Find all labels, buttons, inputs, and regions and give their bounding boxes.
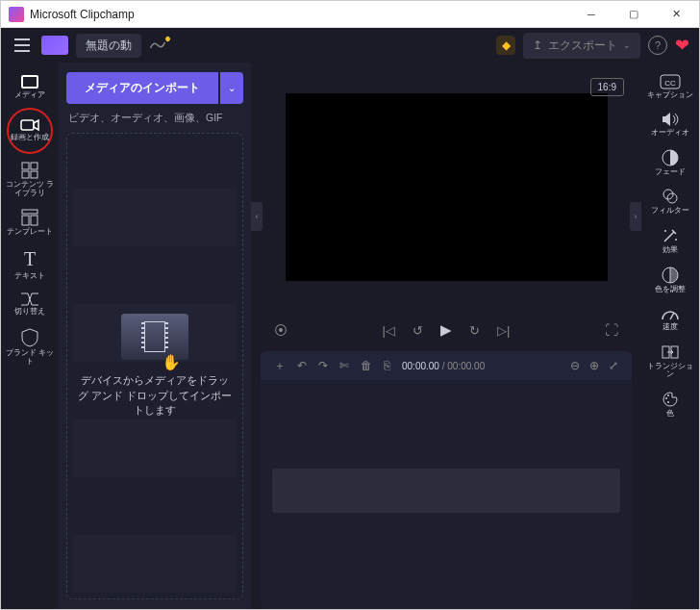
svg-rect-2 bbox=[21, 120, 34, 130]
svg-rect-9 bbox=[31, 216, 38, 225]
speaker-icon bbox=[662, 112, 679, 127]
close-button[interactable]: ✕ bbox=[655, 1, 697, 28]
transport-controls: ⦿ |◁ ↺ ▶ ↻ ▷| ⛶ bbox=[251, 313, 641, 347]
svg-point-21 bbox=[665, 397, 667, 399]
adjust-color-icon bbox=[662, 267, 679, 284]
transition-icon bbox=[20, 292, 39, 306]
app-body: 無題の動 ◆ ↥ エクスポート ⌄ ? ❤ メディア bbox=[1, 28, 699, 609]
rail-item-text[interactable]: T テキスト bbox=[4, 242, 56, 287]
skip-start-icon[interactable]: |◁ bbox=[383, 323, 395, 338]
camera-icon bbox=[20, 118, 39, 132]
timecode: 00:00.00 / 00:00.00 bbox=[402, 361, 485, 371]
cut-icon[interactable]: ✄ bbox=[339, 359, 349, 372]
rail-item-speed[interactable]: 速度 bbox=[644, 300, 696, 338]
brand-icon bbox=[21, 328, 38, 347]
palette-icon bbox=[662, 391, 679, 408]
aspect-ratio-badge[interactable]: 16:9 bbox=[590, 78, 624, 96]
template-icon bbox=[21, 209, 38, 226]
minimize-button[interactable]: ─ bbox=[570, 1, 612, 28]
chevron-down-icon: ⌄ bbox=[623, 40, 631, 50]
media-drop-zone[interactable]: ✋ デバイスからメディアをドラッグ アンド ドロップしてインポートします bbox=[66, 133, 243, 599]
clipchamp-logo-icon[interactable] bbox=[41, 36, 68, 55]
svg-point-16 bbox=[675, 239, 677, 241]
skip-end-icon[interactable]: ▷| bbox=[497, 323, 510, 338]
undo-icon[interactable]: ↶ bbox=[297, 359, 307, 372]
rail-item-audio[interactable]: オーディオ bbox=[644, 106, 696, 143]
redo-icon[interactable]: ↷ bbox=[318, 359, 328, 372]
rail-item-transitions[interactable]: 切り替え bbox=[4, 287, 56, 322]
upload-icon: ↥ bbox=[533, 38, 542, 52]
main-area: メディア 録画と作成 コンテンツ ライブラリ bbox=[1, 63, 699, 609]
step-forward-icon[interactable]: ↻ bbox=[469, 323, 480, 338]
export-label: エクスポート bbox=[548, 38, 617, 54]
collapse-left-button[interactable]: ‹ bbox=[251, 202, 262, 231]
center-area: ‹ 16:9 › ⦿ |◁ ↺ ▶ ↻ ▷| ⛶ ＋ ↶ ↷ bbox=[251, 63, 641, 609]
svg-point-23 bbox=[667, 401, 669, 403]
maximize-button[interactable]: ▢ bbox=[612, 1, 655, 28]
svg-text:CC: CC bbox=[664, 79, 676, 88]
export-button[interactable]: ↥ エクスポート ⌄ bbox=[523, 33, 640, 59]
preview-section: ‹ 16:9 › bbox=[251, 63, 641, 313]
rail-item-templates[interactable]: テンプレート bbox=[4, 203, 56, 242]
window-controls: ─ ▢ ✕ bbox=[570, 1, 697, 28]
import-dropdown-button[interactable]: ⌄ bbox=[220, 72, 243, 104]
rail-item-color[interactable]: 色 bbox=[644, 385, 696, 424]
fade-icon bbox=[662, 149, 679, 166]
project-name-field[interactable]: 無題の動 bbox=[76, 34, 141, 58]
zoom-fit-icon[interactable]: ⤢ bbox=[609, 359, 618, 372]
current-time: 00:00.00 bbox=[402, 361, 439, 371]
ai-icon[interactable] bbox=[149, 38, 166, 52]
topbar: 無題の動 ◆ ↥ エクスポート ⌄ ? ❤ bbox=[1, 28, 699, 63]
rail-item-transition[interactable]: トランジション bbox=[644, 338, 696, 386]
hamburger-menu-icon[interactable] bbox=[11, 34, 34, 57]
svg-rect-1 bbox=[23, 77, 37, 87]
filter-icon bbox=[662, 188, 679, 205]
rail-item-media[interactable]: メディア bbox=[4, 68, 56, 106]
rail-item-captions[interactable]: CC キャプション bbox=[644, 68, 696, 106]
speed-icon bbox=[661, 306, 680, 321]
svg-rect-5 bbox=[22, 171, 29, 178]
split-icon[interactable]: ⎘ bbox=[384, 359, 390, 372]
titlebar[interactable]: Microsoft Clipchamp ─ ▢ ✕ bbox=[1, 1, 699, 28]
left-rail: メディア 録画と作成 コンテンツ ライブラリ bbox=[1, 63, 59, 609]
timeline-tracks[interactable] bbox=[261, 380, 632, 609]
drop-zone-text: デバイスからメディアをドラッグ アンド ドロップしてインポートします bbox=[77, 373, 233, 418]
preview-canvas[interactable] bbox=[286, 93, 608, 281]
help-button[interactable]: ? bbox=[648, 36, 667, 55]
app-window: Microsoft Clipchamp ─ ▢ ✕ 無題の動 ◆ ↥ エクスポー… bbox=[0, 0, 700, 610]
rail-item-adjust-colors[interactable]: 色を調整 bbox=[644, 261, 696, 300]
rail-item-effects[interactable]: 効果 bbox=[644, 221, 696, 261]
app-icon bbox=[9, 7, 24, 22]
timeline-toolbar: ＋ ↶ ↷ ✄ 🗑 ⎘ 00:00.00 / 00:00.00 ⊖ ⊕ ⤢ bbox=[261, 351, 632, 380]
fullscreen-icon[interactable]: ⛶ bbox=[605, 322, 618, 338]
zoom-out-icon[interactable]: ⊖ bbox=[570, 359, 580, 372]
rail-item-content-library[interactable]: コンテンツ ライブラリ bbox=[4, 156, 56, 204]
rail-item-brand-kit[interactable]: ブランド キット bbox=[4, 322, 56, 372]
collapse-right-button[interactable]: › bbox=[630, 202, 641, 231]
delete-icon[interactable]: 🗑 bbox=[361, 359, 372, 372]
empty-track-row[interactable] bbox=[272, 469, 620, 513]
effects-icon bbox=[662, 227, 679, 244]
import-media-button[interactable]: メディアのインポート bbox=[66, 72, 218, 104]
svg-rect-3 bbox=[22, 163, 29, 169]
rail-item-fade[interactable]: フェード bbox=[644, 143, 696, 183]
filmstrip-icon bbox=[144, 321, 165, 352]
premium-badge-icon[interactable]: ◆ bbox=[496, 36, 515, 55]
svg-rect-7 bbox=[22, 210, 38, 214]
total-time: 00:00.00 bbox=[447, 361, 485, 371]
rail-item-filters[interactable]: フィルター bbox=[644, 182, 696, 221]
svg-point-14 bbox=[667, 193, 677, 203]
rail-item-record-create[interactable]: 録画と作成 bbox=[7, 108, 53, 154]
media-panel: メディアのインポート ⌄ ビデオ、オーディオ、画像、GIF ✋ デバイスからメデ… bbox=[59, 63, 251, 609]
crop-icon[interactable]: ⦿ bbox=[274, 322, 288, 338]
window-title: Microsoft Clipchamp bbox=[30, 8, 570, 21]
hand-icon: ✋ bbox=[162, 353, 181, 371]
step-back-icon[interactable]: ↺ bbox=[412, 323, 423, 338]
add-icon[interactable]: ＋ bbox=[274, 358, 286, 374]
zoom-in-icon[interactable]: ⊕ bbox=[589, 359, 599, 372]
cc-icon: CC bbox=[660, 74, 681, 89]
play-button[interactable]: ▶ bbox=[440, 321, 452, 339]
media-types-hint: ビデオ、オーディオ、画像、GIF bbox=[66, 112, 243, 125]
svg-rect-4 bbox=[31, 163, 38, 169]
heart-icon[interactable]: ❤ bbox=[675, 35, 689, 56]
